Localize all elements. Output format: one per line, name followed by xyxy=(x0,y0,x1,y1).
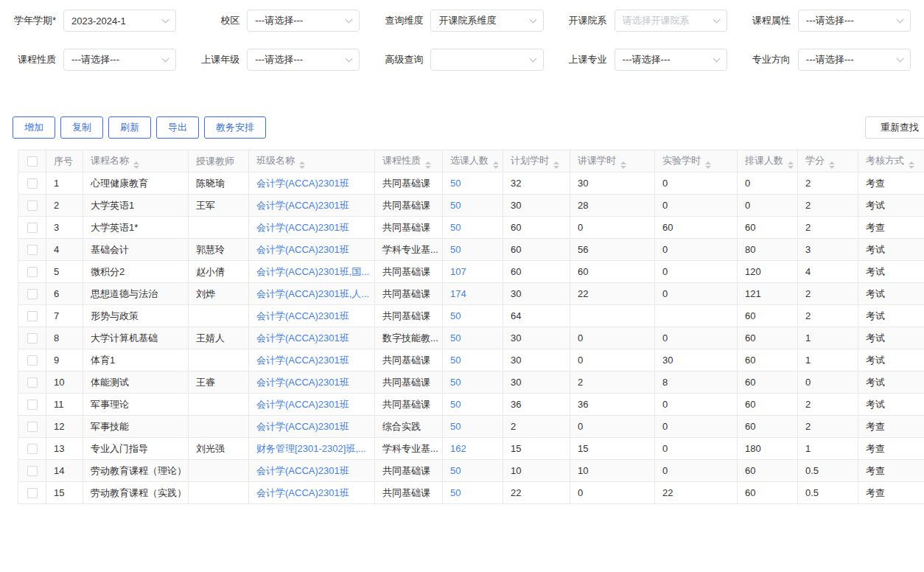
cell-class: 会计学(ACCA)2301班 xyxy=(249,239,375,261)
row-checkbox[interactable] xyxy=(27,466,38,476)
row-checkbox[interactable] xyxy=(27,488,38,498)
class-name-link[interactable]: 会计学(ACCA)2301班 xyxy=(256,421,349,432)
cell-checkbox xyxy=(18,261,46,283)
chevron-down-icon xyxy=(713,55,720,63)
row-checkbox[interactable] xyxy=(27,200,38,211)
selected-count-link[interactable]: 162 xyxy=(450,443,466,454)
cell-class: 会计学(ACCA)2301班,国... xyxy=(249,261,375,283)
class-name-link[interactable]: 会计学(ACCA)2301班 xyxy=(256,222,349,233)
course-attribute-select[interactable]: ---请选择--- xyxy=(798,10,911,32)
department-label: 开课院系 xyxy=(564,14,607,27)
class-name-link[interactable]: 会计学(ACCA)2301班,国... xyxy=(256,266,369,277)
row-checkbox[interactable] xyxy=(27,245,38,255)
sort-icon[interactable] xyxy=(788,161,794,169)
selected-count-link[interactable]: 50 xyxy=(450,377,461,388)
cell-plan: 32 xyxy=(503,172,570,195)
sort-icon[interactable] xyxy=(829,161,835,169)
row-checkbox[interactable] xyxy=(27,422,38,432)
class-name-link[interactable]: 财务管理[2301-2302]班,... xyxy=(256,443,366,454)
class-name-link[interactable]: 会计学(ACCA)2301班 xyxy=(256,200,349,211)
selected-count-link[interactable]: 50 xyxy=(450,244,461,255)
sort-icon[interactable] xyxy=(299,161,305,169)
cell-lecture: 0 xyxy=(570,327,655,349)
sort-icon[interactable] xyxy=(425,161,431,169)
requery-button[interactable]: 重新查找 xyxy=(865,116,924,139)
advanced-query-select[interactable] xyxy=(430,49,543,71)
row-checkbox[interactable] xyxy=(27,333,38,343)
selected-count-link[interactable]: 50 xyxy=(450,200,461,211)
cell-checkbox xyxy=(18,482,46,504)
selected-count-link[interactable]: 50 xyxy=(450,178,461,189)
row-checkbox[interactable] xyxy=(27,267,38,277)
class-name-link[interactable]: 会计学(ACCA)2301班,人... xyxy=(256,288,369,299)
class-name-link[interactable]: 会计学(ACCA)2301班 xyxy=(256,178,349,189)
class-name-link[interactable]: 会计学(ACCA)2301班 xyxy=(256,244,349,255)
copy-button[interactable]: 复制 xyxy=(60,116,103,139)
selected-count-link[interactable]: 50 xyxy=(450,332,461,343)
column-header-lecture[interactable]: 讲课学时 xyxy=(570,150,655,172)
cell-lab: 0 xyxy=(655,460,738,482)
class-major-select[interactable]: ---请选择--- xyxy=(615,49,727,71)
row-checkbox[interactable] xyxy=(27,400,38,410)
semester-select[interactable]: 2023-2024-1 xyxy=(63,10,176,32)
column-header-sched[interactable]: 排课人数 xyxy=(738,150,798,172)
row-checkbox[interactable] xyxy=(27,444,38,454)
campus-select[interactable]: ---请选择--- xyxy=(247,10,360,32)
row-checkbox[interactable] xyxy=(27,178,38,189)
cell-plan: 60 xyxy=(503,239,570,261)
course-nature-select[interactable]: ---请选择--- xyxy=(63,49,176,71)
row-checkbox[interactable] xyxy=(27,355,38,366)
column-header-assess[interactable]: 考核方式 xyxy=(858,150,924,172)
class-grade-select[interactable]: ---请选择--- xyxy=(247,49,360,71)
column-header-lab[interactable]: 实验学时 xyxy=(655,150,738,172)
cell-sched: 0 xyxy=(738,195,798,217)
cell-class: 会计学(ACCA)2301班 xyxy=(249,394,375,416)
selected-count-link[interactable]: 50 xyxy=(450,465,461,476)
academic-schedule-button[interactable]: 教务安排 xyxy=(204,116,266,139)
class-name-link[interactable]: 会计学(ACCA)2301班 xyxy=(256,377,349,388)
selected-count-link[interactable]: 174 xyxy=(450,288,466,299)
course-attribute-label: 课程属性 xyxy=(748,14,791,27)
refresh-button[interactable]: 刷新 xyxy=(108,116,151,139)
cell-class: 会计学(ACCA)2301班,人... xyxy=(249,283,375,305)
class-major-select-value: ---请选择--- xyxy=(623,53,671,66)
column-header-nature[interactable]: 课程性质 xyxy=(375,150,443,172)
class-name-link[interactable]: 会计学(ACCA)2301班 xyxy=(256,465,349,476)
selected-count-link[interactable]: 50 xyxy=(450,355,461,366)
class-name-link[interactable]: 会计学(ACCA)2301班 xyxy=(256,332,349,343)
sort-icon[interactable] xyxy=(493,161,499,169)
sort-icon[interactable] xyxy=(909,161,914,169)
selected-count-link[interactable]: 50 xyxy=(450,487,461,498)
selected-count-link[interactable]: 50 xyxy=(450,399,461,410)
sort-icon[interactable] xyxy=(133,161,139,169)
sort-icon[interactable] xyxy=(705,161,711,169)
class-name-link[interactable]: 会计学(ACCA)2301班 xyxy=(256,399,349,410)
cell-num: 11 xyxy=(46,394,83,416)
selected-count-link[interactable]: 107 xyxy=(450,266,466,277)
selected-count-link[interactable]: 50 xyxy=(450,310,461,321)
sort-icon[interactable] xyxy=(620,161,626,169)
selected-count-link[interactable]: 50 xyxy=(450,421,461,432)
column-header-plan[interactable]: 计划学时 xyxy=(503,150,570,172)
column-header-class[interactable]: 班级名称 xyxy=(249,150,375,172)
add-button[interactable]: 增加 xyxy=(13,116,55,139)
class-name-link[interactable]: 会计学(ACCA)2301班 xyxy=(256,355,349,366)
major-direction-select[interactable]: ---请选择--- xyxy=(798,49,911,71)
column-header-course[interactable]: 课程名称 xyxy=(83,150,189,172)
sort-icon[interactable] xyxy=(553,161,559,169)
export-button[interactable]: 导出 xyxy=(156,116,199,139)
selected-count-link[interactable]: 50 xyxy=(450,222,461,233)
class-name-link[interactable]: 会计学(ACCA)2301班 xyxy=(256,310,349,321)
row-checkbox[interactable] xyxy=(27,311,38,321)
select-all-checkbox[interactable] xyxy=(27,156,38,167)
row-checkbox[interactable] xyxy=(27,289,38,299)
class-name-link[interactable]: 会计学(ACCA)2301班 xyxy=(256,487,349,498)
column-header-selected[interactable]: 选课人数 xyxy=(443,150,503,172)
department-select[interactable]: 请选择开课院系 xyxy=(615,10,727,32)
column-header-credit[interactable]: 学分 xyxy=(798,150,858,172)
query-dimension-select[interactable]: 开课院系维度 xyxy=(430,10,543,32)
cell-num: 6 xyxy=(46,283,83,305)
row-checkbox[interactable] xyxy=(27,377,38,388)
table-row: 9体育1会计学(ACCA)2301班共同基础课5030030601考试 xyxy=(18,349,924,372)
row-checkbox[interactable] xyxy=(27,223,38,233)
